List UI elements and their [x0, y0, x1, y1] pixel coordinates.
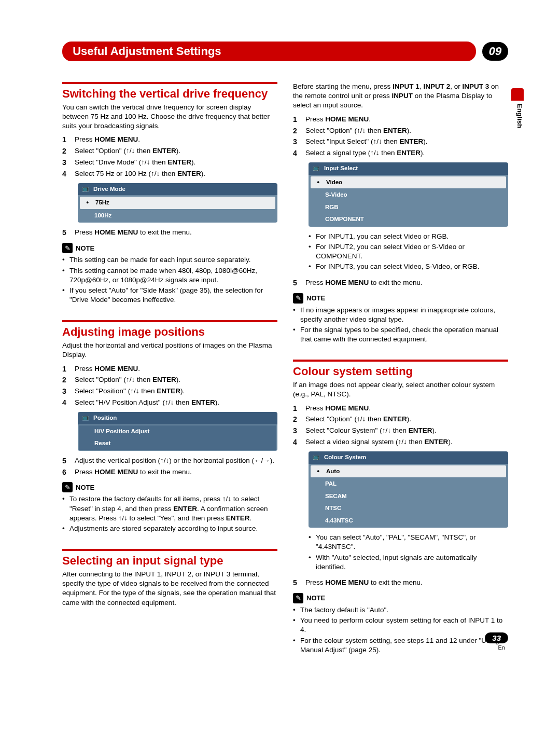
onscreen-menu-position: 📺Position H/V Position AdjustReset — [78, 412, 277, 451]
steps-list: 5Press HOME MENU to exit the menu. — [293, 578, 508, 588]
left-column: Switching the vertical drive frequency Y… — [62, 82, 277, 661]
onscreen-body: H/V Position AdjustReset — [78, 424, 277, 451]
onscreen-item: Video — [311, 176, 506, 189]
section-rule — [62, 320, 277, 322]
note-label: NOTE — [76, 483, 94, 492]
note-list: To restore the factory defaults for all … — [62, 494, 277, 533]
onscreen-menu-drive-mode: 📺Drive Mode 75Hz100Hz — [78, 183, 277, 223]
steps-list: 1Press HOME MENU.2Select "Option" (↑/↓ t… — [62, 364, 277, 408]
onscreen-item: 75Hz — [80, 197, 275, 209]
menu-icon: 📺 — [313, 164, 320, 172]
onscreen-item: SECAM — [310, 490, 507, 503]
note-heading: ✎ NOTE — [62, 243, 277, 253]
onscreen-body: VideoS-VideoRGBCOMPONENT — [309, 175, 508, 227]
section-heading: Selecting an input signal type — [62, 553, 277, 569]
section-rule — [62, 549, 277, 551]
onscreen-title: 📺Input Select — [309, 162, 508, 175]
pencil-icon: ✎ — [62, 243, 73, 253]
note-heading: ✎ NOTE — [293, 293, 508, 304]
onscreen-title: 📺Colour System — [309, 451, 508, 464]
onscreen-item: RGB — [310, 201, 507, 214]
onscreen-item: COMPONENT — [310, 213, 507, 226]
section-intro: After connecting to the INPUT 1, INPUT 2… — [62, 570, 277, 608]
column-intro: Before starting the menu, press INPUT 1,… — [293, 82, 508, 111]
sub-bullet-list: For INPUT1, you can select Video or RGB.… — [309, 232, 508, 272]
steps-list: 5Press HOME MENU to exit the menu. — [62, 228, 277, 238]
steps-list: 1Press HOME MENU.2Select "Option" (↑/↓ t… — [293, 115, 508, 159]
chapter-title: Useful Adjustment Settings — [73, 45, 221, 58]
section-intro: If an image does not appear clearly, sel… — [293, 380, 508, 399]
pencil-icon: ✎ — [293, 293, 303, 304]
menu-icon: 📺 — [82, 185, 89, 192]
menu-icon: 📺 — [82, 414, 89, 421]
steps-list: 5Adjust the vertical position (↑/↓) or t… — [62, 456, 277, 477]
steps-list: 1Press HOME MENU.2Select "Option" (↑/↓ t… — [293, 404, 508, 448]
onscreen-item: H/V Position Adjust — [79, 425, 276, 438]
page-number-badge: 33 — [485, 632, 508, 643]
onscreen-body: AutoPALSECAMNTSC4.43NTSC — [309, 464, 508, 528]
onscreen-item: PAL — [310, 478, 507, 490]
section-heading: Switching the vertical drive frequency — [62, 86, 277, 102]
page-header: Useful Adjustment Settings 09 — [62, 42, 508, 61]
note-label: NOTE — [306, 294, 325, 303]
section-rule — [293, 360, 508, 362]
onscreen-item: Auto — [311, 465, 506, 478]
onscreen-item: 100Hz — [79, 210, 276, 222]
language-tab: English — [516, 104, 524, 128]
note-heading: ✎ NOTE — [62, 482, 277, 492]
section-intro: You can switch the vertical drive freque… — [62, 103, 277, 131]
note-heading: ✎ NOTE — [293, 593, 508, 603]
menu-icon: 📺 — [313, 453, 320, 461]
page-language-code: En — [485, 644, 505, 651]
note-list: If no image appears or images appear in … — [293, 306, 508, 345]
language-tab-stripe — [511, 88, 524, 101]
steps-list: 5Press HOME MENU to exit the menu. — [293, 278, 508, 288]
onscreen-body: 75Hz100Hz — [78, 195, 277, 223]
steps-list: 1Press HOME MENU.2Select "Option" (↑/↓ t… — [62, 135, 277, 179]
onscreen-menu-colour-system: 📺Colour System AutoPALSECAMNTSC4.43NTSC — [309, 451, 508, 528]
pencil-icon: ✎ — [293, 593, 303, 603]
page-footer: 33 En — [485, 632, 508, 651]
sub-bullet-list: You can select "Auto", "PAL", "SECAM", "… — [309, 533, 508, 572]
onscreen-menu-input-select: 📺Input Select VideoS-VideoRGBCOMPONENT — [309, 162, 508, 227]
onscreen-title: 📺Drive Mode — [78, 183, 277, 196]
onscreen-title: 📺Position — [78, 412, 277, 424]
onscreen-item: 4.43NTSC — [310, 515, 507, 527]
section-heading: Adjusting image positions — [62, 324, 277, 340]
section-rule — [62, 82, 277, 84]
chapter-title-bar: Useful Adjustment Settings — [62, 42, 476, 61]
chapter-number-badge: 09 — [482, 42, 508, 61]
note-label: NOTE — [306, 594, 325, 603]
pencil-icon: ✎ — [62, 482, 73, 492]
right-column: Before starting the menu, press INPUT 1,… — [293, 82, 508, 661]
note-label: NOTE — [76, 244, 94, 253]
note-list: The factory default is "Auto".You need t… — [293, 605, 508, 655]
onscreen-item: S-Video — [310, 189, 507, 201]
section-intro: Adjust the horizontal and vertical posit… — [62, 341, 277, 360]
onscreen-item: Reset — [79, 437, 276, 450]
onscreen-item: NTSC — [310, 502, 507, 515]
section-heading: Colour system setting — [293, 364, 508, 379]
note-list: This setting can be made for each input … — [62, 255, 277, 305]
